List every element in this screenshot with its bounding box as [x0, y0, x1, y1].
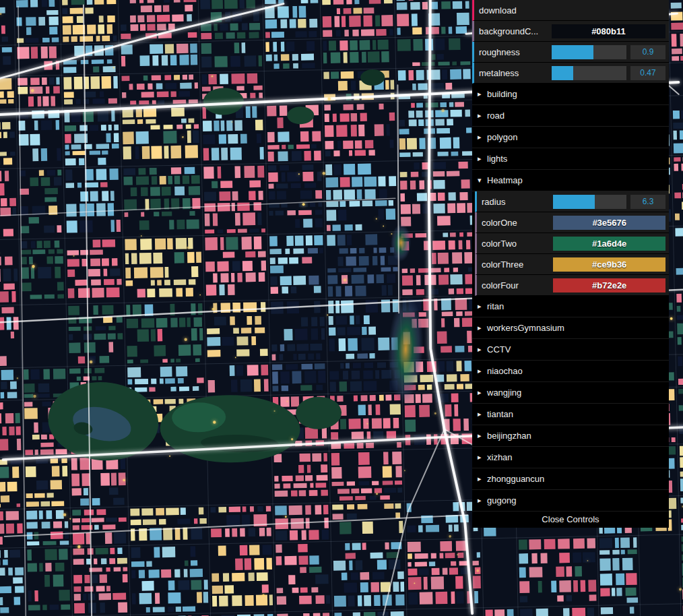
chevron-right-icon: [478, 324, 487, 332]
control-roughness: roughness: [472, 42, 669, 63]
chevron-down-icon: [478, 176, 487, 185]
folder-lights[interactable]: lights: [472, 148, 669, 170]
folder-gugong[interactable]: gugong: [472, 490, 669, 512]
folder-cctv[interactable]: CCTV: [472, 339, 669, 361]
folder-label: zhongguancun: [487, 474, 544, 484]
color-swatch[interactable]: #ce9b36: [553, 257, 665, 272]
folder-ritan[interactable]: ritan: [472, 296, 669, 317]
folder-workers-gymnasium[interactable]: workersGymnasium: [472, 317, 669, 339]
control-label: metalness: [474, 68, 552, 78]
color-swatch[interactable]: #b72e2e: [553, 278, 665, 292]
folder-label: CCTV: [487, 344, 511, 355]
chevron-right-icon: [478, 154, 487, 163]
color-hex-value: #b72e2e: [592, 280, 626, 290]
chevron-right-icon: [478, 496, 487, 505]
folder-label: road: [487, 111, 505, 121]
folder-label: ritan: [487, 301, 504, 311]
close-controls-button[interactable]: Close Controls: [472, 512, 669, 528]
control-label: colorTwo: [477, 239, 553, 249]
folder-heatmap[interactable]: Heatmap: [472, 170, 669, 191]
radius-slider[interactable]: [553, 195, 626, 209]
folder-label: building: [487, 89, 517, 99]
metalness-slider[interactable]: [552, 66, 626, 80]
chevron-right-icon: [478, 133, 487, 142]
folder-tiantan[interactable]: tiantan: [472, 404, 669, 425]
chevron-right-icon: [478, 410, 487, 419]
folder-zhongguancun[interactable]: zhongguancun: [472, 468, 669, 490]
control-label: radius: [477, 197, 553, 207]
control-download[interactable]: download: [472, 0, 669, 21]
control-label: roughness: [474, 47, 552, 57]
color-hex-value: #3e5676: [592, 218, 626, 228]
chevron-right-icon: [478, 345, 487, 354]
folder-label: tiantan: [487, 409, 513, 419]
control-label: backgroundC...: [474, 26, 552, 36]
dat-gui-panel: download backgroundC... #080b11 roughnes…: [472, 0, 669, 528]
chevron-right-icon: [478, 453, 487, 462]
folder-label: niaochao: [487, 366, 523, 376]
folder-xizhan[interactable]: xizhan: [472, 447, 669, 468]
folder-label: xizhan: [487, 452, 513, 462]
slider-fill: [552, 45, 593, 59]
folder-wangjing[interactable]: wangjing: [472, 382, 669, 404]
control-background-color: backgroundC... #080b11: [472, 21, 669, 42]
folder-label: gugong: [487, 495, 516, 505]
control-label: colorFour: [477, 280, 553, 290]
metalness-value-input[interactable]: [630, 66, 665, 80]
color-swatch[interactable]: #3e5676: [553, 216, 665, 230]
control-radius: radius: [475, 191, 669, 212]
folder-label: lights: [487, 154, 507, 164]
control-color-four: colorFour #b72e2e: [475, 275, 669, 296]
folder-label: wangjing: [487, 388, 521, 398]
folder-niaochao[interactable]: niaochao: [472, 361, 669, 382]
folder-label: workersGymnasium: [487, 323, 564, 333]
folder-label: polygon: [487, 132, 518, 142]
color-swatch[interactable]: #1a6d4e: [553, 237, 665, 251]
folder-building[interactable]: building: [472, 84, 669, 105]
radius-value-input[interactable]: [630, 195, 665, 209]
folder-beijingzhan[interactable]: beijingzhan: [472, 425, 669, 447]
folder-road[interactable]: road: [472, 105, 669, 127]
slider-fill: [553, 195, 595, 209]
heatmap-folder-children: radius colorOne #3e5676 colorTwo: [472, 191, 669, 296]
chevron-right-icon: [478, 367, 487, 375]
control-color-one: colorOne #3e5676: [475, 212, 669, 233]
app-stage: download backgroundC... #080b11 roughnes…: [0, 0, 683, 616]
roughness-slider[interactable]: [552, 45, 626, 59]
chevron-right-icon: [478, 90, 487, 98]
folder-label: Heatmap: [487, 175, 523, 185]
roughness-value-input[interactable]: [630, 45, 665, 59]
control-label: colorThree: [477, 259, 553, 270]
folder-polygon[interactable]: polygon: [472, 127, 669, 148]
color-hex-value: #ce9b36: [592, 259, 626, 270]
chevron-right-icon: [478, 474, 487, 483]
control-label: colorOne: [477, 218, 553, 228]
color-swatch[interactable]: #080b11: [552, 24, 665, 38]
chevron-right-icon: [478, 111, 487, 120]
control-metalness: metalness: [472, 63, 669, 84]
chevron-right-icon: [478, 431, 487, 440]
control-color-three: colorThree #ce9b36: [475, 254, 669, 275]
color-hex-value: #080b11: [591, 26, 626, 36]
folder-label: beijingzhan: [487, 431, 531, 441]
control-color-two: colorTwo #1a6d4e: [475, 233, 669, 254]
color-hex-value: #1a6d4e: [592, 239, 626, 249]
chevron-right-icon: [478, 302, 487, 311]
slider-fill: [552, 66, 573, 80]
control-label: download: [474, 5, 552, 16]
chevron-right-icon: [478, 388, 487, 397]
